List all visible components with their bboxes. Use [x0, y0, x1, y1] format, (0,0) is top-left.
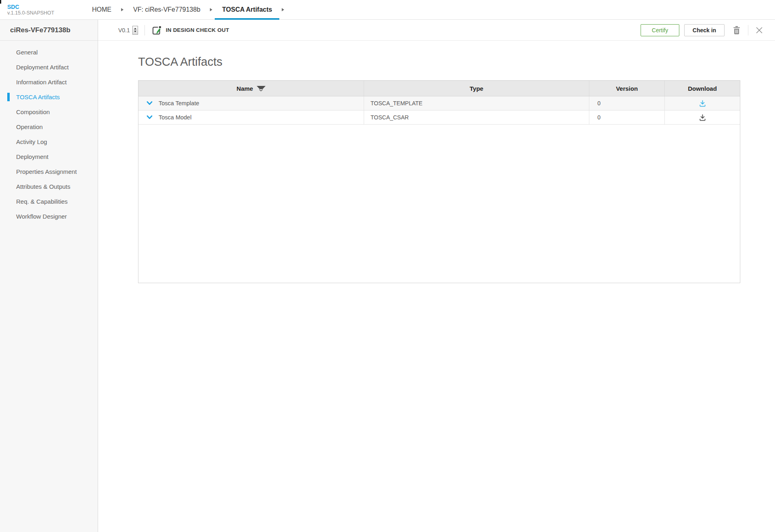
- chevron-down-icon: [147, 115, 153, 119]
- expand-row-button[interactable]: [147, 115, 153, 119]
- trash-icon: [733, 26, 741, 35]
- sidebar-item-label: General: [16, 49, 38, 56]
- breadcrumb-tab-tosca-artifacts[interactable]: TOSCA Artifacts: [215, 0, 279, 19]
- delete-button[interactable]: [731, 24, 742, 36]
- download-button[interactable]: [699, 114, 706, 121]
- sidebar-item-workflow-designer[interactable]: Workflow Designer: [0, 209, 98, 224]
- sidebar-resource-title: ciRes-VFe779138b: [0, 20, 98, 41]
- breadcrumb-tab-label: VF: ciRes-VFe779138b: [133, 6, 200, 13]
- tosca-artifacts-table: Name Type Version Download: [138, 80, 740, 283]
- checkout-edit-icon: [151, 25, 162, 35]
- sidebar-item-label: Composition: [16, 108, 50, 115]
- sidebar-item-operation[interactable]: Operation: [0, 119, 98, 134]
- artifact-version-cell: 0: [589, 111, 665, 124]
- lifecycle-state: IN DESIGN CHECK OUT: [151, 25, 229, 35]
- main-content: TOSCA Artifacts Name Type Version: [98, 41, 775, 283]
- artifact-name-cell: Tosca Model: [138, 111, 364, 124]
- stepper-down-icon[interactable]: [134, 31, 136, 32]
- active-tab-underline: [215, 18, 279, 20]
- artifact-download-cell: [665, 111, 740, 124]
- table-row-tosca-template[interactable]: Tosca Template TOSCA_TEMPLATE 0: [138, 96, 740, 111]
- breadcrumb-tab-label: HOME: [92, 6, 111, 13]
- sidebar-item-label: Workflow Designer: [16, 213, 67, 220]
- app-build-version: v.1.15.0-SNAPSHOT: [7, 10, 68, 16]
- breadcrumb-arrow-icon: [207, 0, 215, 19]
- sidebar-item-req-capabilities[interactable]: Req. & Capabilities: [0, 194, 98, 209]
- artifact-version: 0: [597, 114, 601, 121]
- breadcrumb-arrow-icon: [279, 0, 287, 19]
- sidebar-item-general[interactable]: General: [0, 45, 98, 60]
- close-button[interactable]: [754, 25, 765, 35]
- sidebar-item-label: Information Artifact: [16, 79, 67, 86]
- column-header-label: Type: [470, 85, 484, 92]
- download-button[interactable]: [699, 100, 706, 107]
- sidebar-item-properties-assignment[interactable]: Properties Assignment: [0, 164, 98, 179]
- sidebar-item-tosca-artifacts[interactable]: TOSCA Artifacts: [0, 90, 98, 104]
- sidebar-item-label: Properties Assignment: [16, 168, 77, 175]
- download-icon: [699, 100, 706, 107]
- sidebar-item-deployment-artifact[interactable]: Deployment Artifact: [0, 60, 98, 75]
- artifact-name: Tosca Template: [159, 100, 199, 106]
- breadcrumb: HOME VF: ciRes-VFe779138b TOSCA Artifact…: [85, 0, 287, 19]
- sort-icon[interactable]: [257, 86, 266, 92]
- artifact-name-cell: Tosca Template: [138, 96, 364, 110]
- top-bar: SDC v.1.15.0-SNAPSHOT HOME VF: ciRes-VFe…: [0, 0, 775, 20]
- certify-button[interactable]: Certify: [641, 24, 679, 36]
- sidebar-item-attributes-outputs[interactable]: Attributes & Outputs: [0, 179, 98, 194]
- lifecycle-toolbar: V0.1 IN DESIGN CHECK OUT Certify Check i…: [98, 20, 775, 41]
- sidebar-item-deployment[interactable]: Deployment: [0, 149, 98, 164]
- sidebar-menu: General Deployment Artifact Information …: [0, 41, 98, 224]
- column-header-label: Version: [616, 85, 638, 92]
- sidebar-item-label: Attributes & Outputs: [16, 183, 70, 190]
- expand-row-button[interactable]: [147, 101, 153, 105]
- column-header-label: Name: [237, 85, 253, 92]
- sidebar: ciRes-VFe779138b General Deployment Arti…: [0, 20, 98, 532]
- chevron-down-icon: [147, 101, 153, 105]
- stepper-up-icon[interactable]: [134, 28, 136, 29]
- artifact-name: Tosca Model: [159, 114, 191, 121]
- sidebar-item-label: Deployment Artifact: [16, 64, 69, 71]
- breadcrumb-tab-home[interactable]: HOME: [85, 0, 119, 19]
- table-header-row: Name Type Version Download: [138, 81, 740, 96]
- app-logo-text: SDC: [7, 4, 68, 10]
- sidebar-item-label: Activity Log: [16, 138, 47, 145]
- artifact-type-cell: TOSCA_TEMPLATE: [364, 96, 589, 110]
- sidebar-item-label: Operation: [16, 123, 43, 130]
- artifact-version: 0: [597, 100, 601, 106]
- breadcrumb-tab-vf[interactable]: VF: ciRes-VFe779138b: [126, 0, 207, 19]
- sidebar-item-label: Req. & Capabilities: [16, 198, 68, 205]
- sidebar-item-label: TOSCA Artifacts: [16, 94, 60, 100]
- column-header-name[interactable]: Name: [138, 81, 364, 96]
- artifact-type: TOSCA_CSAR: [371, 114, 409, 121]
- artifact-version-cell: 0: [589, 96, 665, 110]
- breadcrumb-tab-label: TOSCA Artifacts: [222, 6, 272, 13]
- artifact-type-cell: TOSCA_CSAR: [364, 111, 589, 124]
- column-header-version[interactable]: Version: [589, 81, 665, 96]
- sidebar-item-composition[interactable]: Composition: [0, 104, 98, 119]
- corner-mark: [0, 0, 1, 4]
- page-title: TOSCA Artifacts: [138, 55, 775, 69]
- check-in-button[interactable]: Check in: [684, 24, 725, 36]
- sidebar-item-activity-log[interactable]: Activity Log: [0, 134, 98, 149]
- sidebar-item-information-artifact[interactable]: Information Artifact: [0, 75, 98, 90]
- app-logo[interactable]: SDC v.1.15.0-SNAPSHOT: [7, 4, 68, 16]
- version-label: V0.1: [118, 27, 130, 33]
- close-icon: [756, 27, 763, 34]
- toolbar-divider: [145, 25, 145, 35]
- breadcrumb-arrow-icon: [119, 0, 126, 19]
- toolbar-divider: [748, 25, 748, 35]
- sidebar-item-label: Deployment: [16, 153, 48, 160]
- download-icon: [699, 114, 706, 121]
- table-row-tosca-model[interactable]: Tosca Model TOSCA_CSAR 0: [138, 111, 740, 125]
- artifact-type: TOSCA_TEMPLATE: [371, 100, 423, 106]
- version-stepper[interactable]: [132, 26, 138, 35]
- lifecycle-state-text: IN DESIGN CHECK OUT: [166, 27, 229, 33]
- column-header-label: Download: [688, 85, 717, 92]
- sort-chevron-icon: [259, 89, 263, 92]
- artifact-download-cell: [665, 96, 740, 110]
- column-header-type[interactable]: Type: [364, 81, 589, 96]
- column-header-download[interactable]: Download: [665, 81, 740, 96]
